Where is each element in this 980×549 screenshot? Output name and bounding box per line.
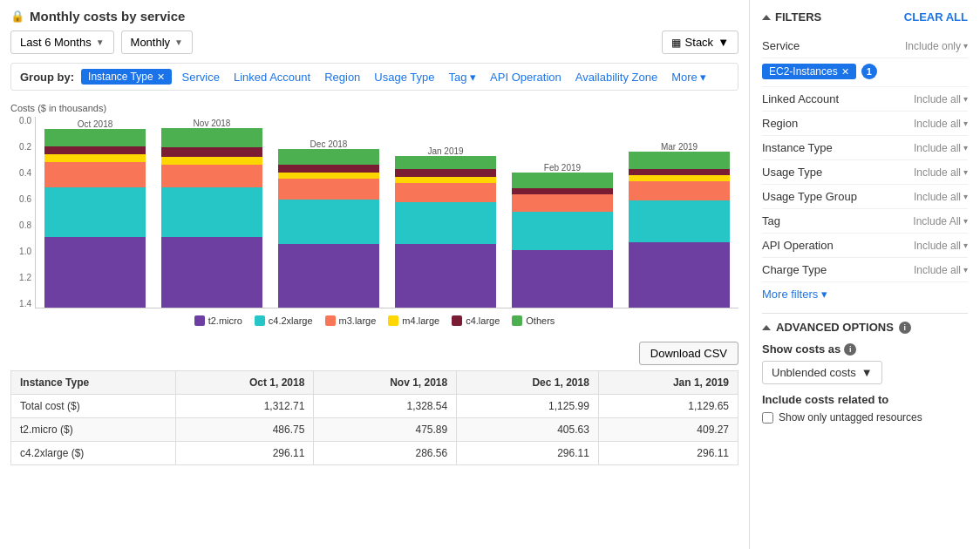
bar-segment — [395, 177, 496, 183]
legend-swatch — [512, 315, 522, 326]
bar-segment — [512, 212, 613, 250]
bar-label: Mar 2019 — [629, 142, 730, 152]
bar-segment — [395, 156, 496, 169]
bar-segment — [44, 129, 146, 146]
table-body: Total cost ($)1,312.711,328.541,125.991,… — [11, 395, 738, 465]
bar-segment — [395, 169, 496, 177]
interval-dropdown[interactable]: Monthly ▼ — [121, 30, 193, 54]
usage-type-group-control[interactable]: Include all ▾ — [914, 191, 968, 203]
filter-service: Service Include only ▾ — [762, 34, 968, 58]
bar-group[interactable]: Jan 2019 — [395, 143, 496, 308]
table-cell-value: 286.56 — [314, 442, 457, 465]
remove-chip-icon[interactable]: ✕ — [157, 71, 165, 83]
table-row: Total cost ($)1,312.711,328.541,125.991,… — [11, 395, 738, 418]
legend-label: c4.2xlarge — [269, 315, 313, 326]
tag-control[interactable]: Include All ▾ — [913, 215, 968, 227]
group-by-tag[interactable]: Tag ▾ — [446, 71, 480, 84]
instance-type-control[interactable]: Include all ▾ — [914, 142, 968, 154]
api-operation-control[interactable]: Include all ▾ — [914, 240, 968, 252]
group-by-usage-type[interactable]: Usage Type — [371, 71, 438, 84]
include-costs-label: Include costs related to — [762, 393, 968, 406]
table-cell-value: 1,125.99 — [457, 395, 599, 418]
bar-group[interactable]: Mar 2019 — [629, 139, 730, 308]
group-by-more[interactable]: More ▾ — [668, 71, 710, 84]
download-csv-button[interactable]: Download CSV — [639, 342, 738, 365]
table-cell-label: t2.micro ($) — [11, 418, 176, 442]
legend-label: c4.large — [466, 315, 500, 326]
more-filters-button[interactable]: More filters ▾ — [762, 282, 827, 306]
remove-ec2-icon[interactable]: ✕ — [841, 66, 849, 78]
untagged-checkbox-row: Show only untagged resources — [762, 411, 968, 424]
bar-segment — [395, 202, 496, 244]
caret-icon: ▾ — [700, 71, 706, 84]
chart-bars: Oct 2018Nov 2018Dec 2018Jan 2019Feb 2019… — [35, 117, 738, 308]
bar-segment — [44, 146, 146, 154]
group-by-api-operation[interactable]: API Operation — [487, 71, 565, 84]
table-cell-value: 405.63 — [457, 418, 599, 442]
ec2-instances-chip[interactable]: EC2-Instances ✕ — [762, 64, 856, 79]
filter-region: Region Include all ▾ — [762, 112, 968, 136]
group-by-availability-zone[interactable]: Availability Zone — [572, 71, 661, 84]
chart-icon: ▦ — [671, 37, 681, 49]
untagged-checkbox[interactable] — [762, 412, 773, 424]
lock-icon: 🔒 — [10, 10, 24, 23]
bar-segment — [395, 183, 496, 202]
filter-api-operation: API Operation Include all ▾ — [762, 234, 968, 258]
bar-segment — [44, 154, 146, 162]
instance-type-chip[interactable]: Instance Type ✕ — [81, 69, 172, 85]
table-header-cell: Dec 1, 2018 — [457, 371, 599, 395]
bar-segment — [44, 187, 146, 237]
bar-segment — [629, 175, 730, 181]
group-by-region[interactable]: Region — [321, 71, 364, 84]
bar-segment — [278, 244, 379, 308]
table-header-cell: Nov 1, 2018 — [314, 371, 457, 395]
ec2-chip-row: EC2-Instances ✕ 1 — [762, 58, 968, 87]
group-by-linked-account[interactable]: Linked Account — [230, 71, 314, 84]
caret-icon: ▼ — [96, 37, 105, 47]
bar-group[interactable]: Feb 2019 — [512, 159, 613, 308]
show-costs-label: Show costs as i — [762, 342, 968, 356]
filters-header: FILTERS CLEAR ALL — [762, 10, 968, 24]
filter-usage-type-group: Usage Type Group Include all ▾ — [762, 185, 968, 209]
charge-type-control[interactable]: Include all ▾ — [914, 264, 968, 276]
filter-usage-type: Usage Type Include all ▾ — [762, 160, 968, 185]
date-range-dropdown[interactable]: Last 6 Months ▼ — [10, 30, 114, 54]
bar-group[interactable]: Dec 2018 — [278, 136, 379, 308]
group-by-service[interactable]: Service — [179, 71, 223, 84]
group-by-label: Group by: — [20, 71, 74, 84]
region-control[interactable]: Include all ▾ — [914, 118, 968, 130]
bar-label: Jan 2019 — [395, 146, 496, 156]
bar-label: Dec 2018 — [278, 139, 379, 149]
caret-icon: ▾ — [963, 241, 968, 250]
info-icon[interactable]: i — [899, 322, 911, 334]
filter-linked-account: Linked Account Include all ▾ — [762, 87, 968, 112]
chart-wrapper: 1.4 1.2 1.0 0.8 0.6 0.4 0.2 0.0 Oct 2018… — [10, 117, 738, 308]
caret-icon: ▾ — [963, 265, 968, 274]
table-cell-value: 296.11 — [598, 442, 738, 465]
bar-segment — [278, 173, 379, 179]
service-control[interactable]: Include only ▾ — [905, 40, 968, 52]
caret-icon: ▼ — [174, 37, 183, 47]
costs-type-dropdown[interactable]: Unblended costs ▼ — [762, 361, 882, 384]
clear-all-button[interactable]: CLEAR ALL — [904, 10, 968, 24]
bar-segment — [629, 152, 730, 169]
linked-account-control[interactable]: Include all ▾ — [914, 93, 968, 105]
caret-icon: ▾ — [963, 94, 968, 104]
bar-group[interactable]: Oct 2018 — [44, 116, 146, 308]
usage-type-control[interactable]: Include all ▾ — [914, 166, 968, 179]
bar-group[interactable]: Nov 2018 — [161, 115, 262, 308]
section-divider — [762, 313, 968, 314]
legend-swatch — [325, 315, 336, 326]
data-table: Instance TypeOct 1, 2018Nov 1, 2018Dec 1… — [10, 370, 738, 465]
bar-segment — [629, 200, 730, 242]
table-cell-value: 296.11 — [457, 442, 599, 465]
bar-segment — [161, 187, 262, 237]
show-costs-info-icon[interactable]: i — [844, 343, 856, 356]
bar-label: Feb 2019 — [512, 163, 613, 173]
filters-title: FILTERS — [762, 10, 821, 24]
stack-button[interactable]: ▦ Stack ▼ — [662, 30, 738, 54]
bar-segment — [395, 244, 496, 308]
sidebar: FILTERS CLEAR ALL Service Include only ▾… — [749, 0, 980, 549]
legend-item: c4.2xlarge — [255, 315, 313, 326]
caret-icon: ▾ — [963, 119, 968, 128]
